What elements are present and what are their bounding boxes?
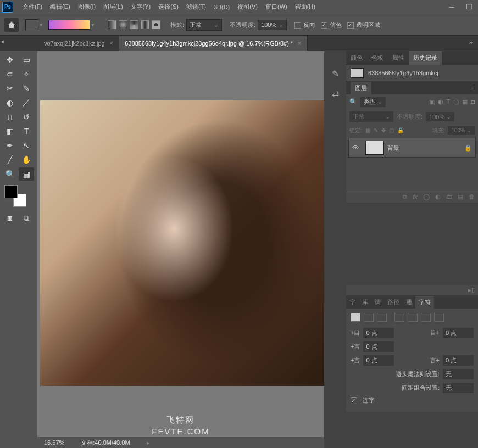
magic-wand-tool-icon[interactable]: ✧: [19, 68, 34, 81]
space-before-field[interactable]: 0 点: [363, 355, 394, 366]
tab-chan[interactable]: 通: [403, 296, 415, 309]
tab-char[interactable]: 字: [346, 296, 359, 309]
canvas-area[interactable]: 飞特网FEVTE.COM 16.67% 文档:40.0M/40.0M ▸: [37, 51, 324, 448]
link-layers-icon[interactable]: ⧉: [403, 193, 407, 200]
lock-pixels-icon[interactable]: ▦: [365, 127, 370, 133]
history-brush-tool-icon[interactable]: ↺: [19, 110, 34, 124]
blend-mode-select[interactable]: 正常⌄: [186, 19, 222, 31]
align-left-icon[interactable]: [351, 313, 360, 322]
healing-tool-icon[interactable]: ◐: [2, 96, 18, 109]
menu-3d[interactable]: 3D(D): [210, 4, 234, 10]
document-tab[interactable]: vo7axqj21jk2bc1kz.jpg ×: [38, 36, 119, 51]
filter-shape-icon[interactable]: ▢: [453, 98, 459, 105]
screenmode-icon[interactable]: ⧉: [19, 211, 34, 225]
color-swatches[interactable]: [4, 185, 26, 207]
panel-menu-icon[interactable]: ≡: [470, 85, 474, 91]
indent-left-field[interactable]: 0 点: [363, 328, 394, 338]
brush-panel-icon[interactable]: ✎: [329, 68, 341, 80]
lasso-tool-icon[interactable]: ⊂: [2, 68, 18, 81]
justify-all-icon[interactable]: [434, 313, 444, 322]
layers-tab[interactable]: 图层: [351, 82, 371, 94]
quickmask-icon[interactable]: ◙: [2, 211, 18, 225]
trash-icon[interactable]: 🗑: [469, 193, 475, 200]
layer-mask-icon[interactable]: ◯: [423, 193, 430, 200]
tab-para[interactable]: 字符: [415, 296, 434, 309]
adjustment-layer-icon[interactable]: ◐: [435, 193, 441, 200]
align-right-icon[interactable]: [377, 313, 387, 322]
eraser-tool-icon[interactable]: ◧: [2, 125, 18, 138]
expand-tabs-icon[interactable]: »: [1, 38, 5, 46]
gradient-radial-icon[interactable]: [119, 20, 127, 29]
tool-preset[interactable]: [25, 19, 38, 30]
layer-name[interactable]: 背景: [387, 144, 399, 152]
document-tab[interactable]: 63885668ly1g4y1h3gmkcj23gg56o4qr.jpg @ 1…: [119, 36, 308, 51]
filter-adjust-icon[interactable]: ◐: [438, 98, 443, 105]
menu-edit[interactable]: 编辑(E): [46, 3, 74, 11]
group-icon[interactable]: 🗀: [446, 193, 452, 200]
menu-window[interactable]: 窗口(W): [262, 3, 291, 11]
menu-image[interactable]: 图像(I): [74, 3, 99, 11]
info-arrow-icon[interactable]: ▸: [147, 439, 150, 446]
close-icon[interactable]: ×: [109, 39, 114, 47]
lock-position-icon[interactable]: ✥: [381, 127, 386, 133]
hyphenate-checkbox[interactable]: [351, 397, 357, 404]
doc-info[interactable]: 文档:40.0M/40.0M: [81, 439, 130, 447]
gradient-tool-icon[interactable]: ▦: [19, 167, 34, 181]
gradient-diamond-icon[interactable]: [152, 20, 160, 29]
eyedropper-tool-icon[interactable]: ✎: [19, 82, 34, 95]
layer-fill-field[interactable]: 100%⌄: [448, 126, 475, 135]
window-maximize-icon[interactable]: ☐: [460, 0, 478, 14]
tab-lib[interactable]: 库: [359, 296, 371, 309]
close-icon[interactable]: ×: [297, 39, 302, 47]
window-minimize-icon[interactable]: ─: [443, 0, 460, 14]
tab-properties[interactable]: 属性: [388, 51, 409, 65]
stamp-tool-icon[interactable]: ⎍: [2, 110, 18, 124]
opacity-field[interactable]: 100%⌄: [258, 20, 287, 30]
dropdown-icon[interactable]: ▾: [91, 21, 95, 29]
layer-thumb[interactable]: [365, 141, 384, 155]
zoom-level[interactable]: 16.67%: [44, 439, 64, 446]
first-line-field[interactable]: 0 点: [363, 341, 394, 352]
transparency-checkbox[interactable]: [347, 22, 354, 29]
justify-center-icon[interactable]: [408, 313, 418, 322]
menu-layer[interactable]: 图层(L): [99, 3, 126, 11]
menu-type[interactable]: 文字(Y): [127, 3, 155, 11]
menu-filter[interactable]: 滤镜(T): [182, 3, 210, 11]
marquee-tool-icon[interactable]: ▭: [19, 53, 34, 66]
align-center-icon[interactable]: [364, 313, 374, 322]
menu-help[interactable]: 帮助(H): [291, 3, 319, 11]
layer-blend-select[interactable]: 正常⌄: [349, 111, 393, 122]
lock-all-icon[interactable]: 🔒: [397, 127, 404, 133]
new-layer-icon[interactable]: ▤: [458, 193, 463, 200]
move-tool-icon[interactable]: ✥: [2, 53, 18, 66]
filter-smart-icon[interactable]: ▦: [462, 98, 468, 105]
justify-right-icon[interactable]: [421, 313, 431, 322]
adjust-panel-icon[interactable]: ⇄: [329, 87, 341, 99]
history-state[interactable]: 63885668ly1g4y1h3gmkcj: [346, 65, 478, 81]
search-icon[interactable]: 🔍: [349, 98, 357, 105]
reverse-checkbox[interactable]: [294, 22, 301, 29]
pen-tool-icon[interactable]: ✒: [2, 139, 18, 152]
path-select-tool-icon[interactable]: ↖: [19, 139, 34, 152]
dither-checkbox[interactable]: [321, 22, 327, 29]
tab-paths[interactable]: 路径: [384, 296, 403, 309]
indent-right-field[interactable]: 0 点: [443, 328, 474, 338]
lock-paint-icon[interactable]: ✎: [374, 127, 378, 133]
tab-swatches[interactable]: 色板: [367, 51, 388, 65]
foreground-color[interactable]: [4, 185, 18, 198]
layer-filter-select[interactable]: 类型 ⌄: [360, 97, 386, 107]
menu-select[interactable]: 选择(S): [154, 3, 182, 11]
layer-opacity-field[interactable]: 100%⌄: [426, 112, 454, 121]
type-tool-icon[interactable]: T: [19, 125, 34, 138]
panel-collapse-icon[interactable]: ▸▯: [346, 285, 478, 295]
mojikumi-select[interactable]: 无: [443, 383, 474, 393]
brush-tool-icon[interactable]: ／: [19, 96, 34, 109]
space-after-field[interactable]: 0 点: [443, 355, 474, 366]
line-tool-icon[interactable]: ╱: [2, 153, 18, 166]
menu-view[interactable]: 视图(V): [234, 3, 262, 11]
visibility-icon[interactable]: 👁: [352, 144, 362, 152]
filter-type-icon[interactable]: T: [447, 98, 451, 105]
crop-tool-icon[interactable]: ✂: [2, 82, 18, 95]
tab-adj[interactable]: 调: [371, 296, 384, 309]
gradient-picker[interactable]: [48, 20, 90, 30]
